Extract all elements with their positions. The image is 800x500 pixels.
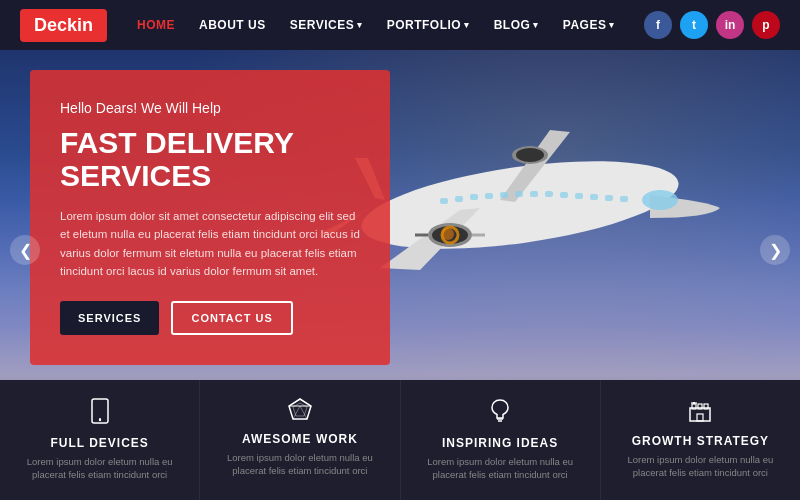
hero-card: Hello Dears! We Will Help FAST DELIVERYS… [30,70,390,365]
svg-point-23 [98,419,100,421]
social-links: f t in p [644,11,780,39]
feature-desc-0: Lorem ipsum dolor eletum nulla eu placer… [20,455,179,482]
next-slide-button[interactable]: ❯ [760,235,790,265]
svg-rect-16 [575,193,583,199]
nav-services[interactable]: SERVICES ▾ [290,18,363,32]
prev-slide-button[interactable]: ❮ [10,235,40,265]
svg-rect-19 [620,196,628,202]
svg-point-1 [642,190,678,210]
svg-point-20 [442,228,454,240]
svg-point-0 [356,145,683,265]
nav-home[interactable]: HOME [137,18,175,32]
hero-title: FAST DELIVERYSERVICES [60,126,360,192]
services-button[interactable]: SERVICES [60,301,159,335]
svg-rect-12 [515,191,523,197]
facebook-link[interactable]: f [644,11,672,39]
navigation: HOME ABOUT US SERVICES ▾ PORTFOLIO ▾ BLO… [137,18,644,32]
feature-title-2: INSPIRING IDEAS [442,436,558,450]
chevron-down-icon: ▾ [464,20,470,30]
castle-icon [687,398,713,428]
header: Deckin HOME ABOUT US SERVICES ▾ PORTFOLI… [0,0,800,50]
svg-rect-15 [560,192,568,198]
feature-title-1: AWESOME WORK [242,432,358,446]
contact-button[interactable]: CONTACT US [171,301,292,335]
nav-portfolio[interactable]: PORTFOLIO ▾ [387,18,470,32]
svg-rect-38 [697,414,703,421]
svg-rect-17 [590,194,598,200]
logo[interactable]: Deckin [20,9,107,42]
feature-inspiring-ideas: INSPIRING IDEAS Lorem ipsum dolor eletum… [401,380,601,500]
svg-point-6 [516,148,544,162]
instagram-link[interactable]: in [716,11,744,39]
chevron-down-icon: ▾ [609,20,615,30]
feature-desc-2: Lorem ipsum dolor eletum nulla eu placer… [421,455,580,482]
feature-awesome-work: AWESOME WORK Lorem ipsum dolor eletum nu… [200,380,400,500]
hero-description: Lorem ipsum dolor sit amet consectetur a… [60,207,360,281]
svg-rect-11 [500,192,508,198]
hero-buttons: SERVICES CONTACT US [60,301,360,335]
nav-blog[interactable]: BLOG ▾ [494,18,539,32]
diamond-icon [287,398,313,426]
svg-rect-9 [470,194,478,200]
feature-growth-strategy: GROWTH STRATEGY Lorem ipsum dolor eletum… [601,380,800,500]
feature-title-0: FULL DEVICES [50,436,148,450]
nav-about[interactable]: ABOUT US [199,18,266,32]
svg-rect-7 [440,198,448,204]
svg-rect-14 [545,191,553,197]
nav-pages[interactable]: PAGES ▾ [563,18,615,32]
feature-full-devices: FULL DEVICES Lorem ipsum dolor eletum nu… [0,380,200,500]
svg-marker-25 [293,403,307,416]
chevron-down-icon: ▾ [533,20,539,30]
svg-rect-13 [530,191,538,197]
twitter-link[interactable]: t [680,11,708,39]
svg-rect-8 [455,196,463,202]
feature-desc-1: Lorem ipsum dolor eletum nulla eu placer… [220,451,379,478]
svg-rect-18 [605,195,613,201]
features-bar: FULL DEVICES Lorem ipsum dolor eletum nu… [0,380,800,500]
svg-line-27 [293,406,300,419]
svg-line-28 [300,406,307,419]
feature-title-3: GROWTH STRATEGY [632,434,769,448]
lightbulb-icon [489,398,511,430]
pinterest-link[interactable]: p [752,11,780,39]
chevron-down-icon: ▾ [357,20,363,30]
svg-rect-10 [485,193,493,199]
mobile-icon [89,398,111,430]
feature-desc-3: Lorem ipsum dolor eletum nulla eu placer… [621,453,780,480]
hero-subtitle: Hello Dears! We Will Help [60,100,360,116]
